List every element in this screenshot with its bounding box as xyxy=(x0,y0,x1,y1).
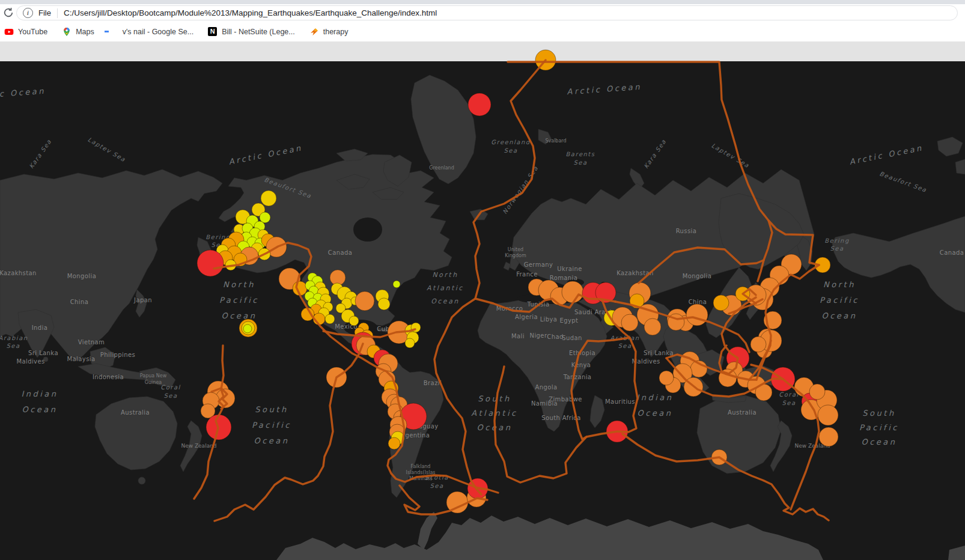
bookmark-label: v's nail - Google Se... xyxy=(123,28,193,36)
map-label: Algeria xyxy=(515,314,538,320)
earthquake-marker[interactable] xyxy=(378,298,390,310)
map-label: Australia xyxy=(728,409,756,416)
map-label: Sri Lanka xyxy=(644,350,674,356)
earthquake-marker[interactable] xyxy=(819,427,838,446)
map-label: Greenland xyxy=(429,165,454,171)
earthquake-marker[interactable] xyxy=(644,318,661,335)
map-label: Indonesia xyxy=(93,374,124,380)
map-label: Niger xyxy=(530,332,547,339)
map-label: Malaysia xyxy=(67,356,96,362)
earthquake-marker[interactable] xyxy=(562,281,583,303)
browser-window: i File C:/Users/jill/Desktop/Bootcamp/Mo… xyxy=(0,0,965,560)
map-label: Egypt xyxy=(560,317,579,324)
earthquake-marker[interactable] xyxy=(261,190,276,206)
earthquake-marker[interactable] xyxy=(243,324,252,333)
earthquake-marker[interactable] xyxy=(750,336,766,352)
map-label: Zimbabwe xyxy=(549,396,582,403)
page-info-icon[interactable]: i xyxy=(23,8,33,18)
file-scheme-label: File xyxy=(38,8,51,17)
map-label: NorthPacificOcean xyxy=(219,280,259,320)
bookmark-v-s-nail-google-se[interactable]: v's nail - Google Se... xyxy=(109,27,193,37)
map-label: Chad xyxy=(547,333,563,340)
map-label: France xyxy=(516,271,538,278)
map-label: Kazakhstan xyxy=(0,270,37,276)
url-text[interactable]: C:/Users/jill/Desktop/Bootcamp/Module%20… xyxy=(64,8,437,17)
earthquake-marker[interactable] xyxy=(355,291,374,311)
earthquake-marker[interactable] xyxy=(621,314,638,331)
earthquake-marker[interactable] xyxy=(713,295,729,311)
bookmark-maps[interactable]: Maps xyxy=(62,27,94,37)
browser-toolbar: i File C:/Users/jill/Desktop/Bootcamp/Mo… xyxy=(0,4,965,22)
map-label: Kenya xyxy=(571,362,591,368)
map-label: Ukraine xyxy=(557,266,582,272)
earthquake-marker[interactable] xyxy=(349,316,359,326)
bookmark-label: Maps xyxy=(76,28,94,36)
earthquake-marker[interactable] xyxy=(809,384,825,400)
map-label: Canada xyxy=(328,249,352,256)
earthquake-marker[interactable] xyxy=(468,93,491,116)
map-label: SouthPacificOcean xyxy=(859,409,899,446)
map-label: Philippines xyxy=(100,352,135,358)
therapy-icon xyxy=(309,27,319,37)
map-label: UnitedKingdom xyxy=(505,247,526,258)
bookmark-youtube[interactable]: YouTube xyxy=(4,27,47,37)
netsuite-icon: N xyxy=(208,27,218,37)
earthquake-marker[interactable] xyxy=(659,371,674,385)
earthquake-marker[interactable] xyxy=(325,314,335,324)
map-label: Romania xyxy=(550,275,578,281)
map-label: Maldives xyxy=(16,358,44,365)
tab-strip xyxy=(0,0,965,4)
maps-icon xyxy=(62,27,72,37)
map-label: Russia xyxy=(676,228,697,234)
map-label: Mongolia xyxy=(683,273,711,279)
map-label: Libya xyxy=(540,316,558,323)
reload-icon[interactable] xyxy=(2,7,14,19)
map-label: Canada xyxy=(940,249,964,256)
bookmark-label: therapy xyxy=(323,28,349,36)
map-label: NorthPacificOcean xyxy=(820,280,859,320)
map-label: Japan xyxy=(133,297,152,303)
map-label: Mongolia xyxy=(67,273,96,279)
map-label: Australia xyxy=(121,409,150,416)
omnibox-divider xyxy=(57,8,58,18)
earthquake-marker[interactable] xyxy=(818,405,838,425)
address-bar[interactable]: i File C:/Users/jill/Desktop/Bootcamp/Mo… xyxy=(16,5,958,20)
map-label: New Zealand xyxy=(181,443,216,449)
map-label: Svalbard xyxy=(545,138,566,144)
earthquake-marker[interactable] xyxy=(388,437,400,449)
map-label: Angola xyxy=(535,384,558,391)
bookmarks-bar: YouTubeMapsv's nail - Google Se...NBill … xyxy=(0,22,965,41)
google-icon xyxy=(109,27,118,37)
map-label: SouthPacificOcean xyxy=(252,405,291,445)
map-label: Mauritius xyxy=(605,398,635,405)
youtube-icon xyxy=(4,27,14,37)
map-label: Germany xyxy=(524,261,553,268)
bookmark-label: Bill - NetSuite (Lege... xyxy=(222,28,295,36)
earthquake-marker[interactable] xyxy=(686,304,708,326)
map-label: Tanzania xyxy=(563,374,592,380)
map-label: China xyxy=(70,299,89,305)
earthquake-marker[interactable] xyxy=(393,281,400,288)
earthquake-marker[interactable] xyxy=(405,338,415,348)
bookmark-bill-netsuite-lege[interactable]: NBill - NetSuite (Lege... xyxy=(208,27,295,37)
map-label: Sri Lanka xyxy=(28,350,58,356)
bookmark-therapy[interactable]: therapy xyxy=(309,27,349,37)
map-label: India xyxy=(32,324,48,331)
bookmark-label: YouTube xyxy=(18,28,47,36)
map-label: Mali xyxy=(511,333,525,339)
earthquake-marker[interactable] xyxy=(197,250,224,276)
map-label: Vietnam xyxy=(78,339,105,345)
earthquake-map[interactable]: Arctic OceanArctic OceanArctic OceanArct… xyxy=(0,41,965,560)
map-label: Sudan xyxy=(562,335,582,341)
